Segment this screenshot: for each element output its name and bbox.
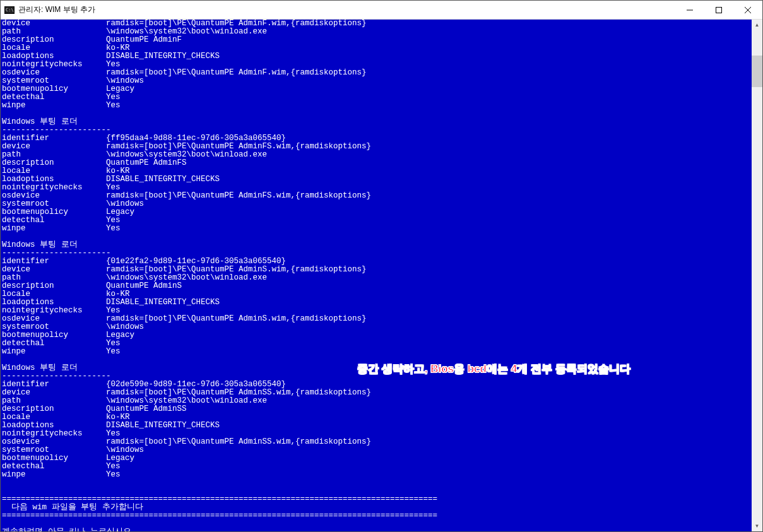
output-value: DISABLE_INTEGRITY_CHECKS — [106, 52, 220, 61]
output-value: ramdisk=[boot]\PE\QuantumPE AdminS.wim,{… — [106, 265, 367, 274]
titlebar-buttons — [675, 1, 762, 19]
output-value: ramdisk=[boot]\PE\QuantumPE AdminF.wim,{… — [106, 68, 367, 77]
maximize-button[interactable] — [704, 1, 733, 19]
output-value: QuantumPE AdminSS — [106, 405, 187, 413]
output-value: Yes — [106, 216, 121, 225]
output-line: winpeYes — [2, 102, 750, 110]
output-line: winpeYes — [2, 348, 750, 356]
output-value: Legacy — [106, 208, 134, 216]
close-button[interactable] — [733, 1, 762, 19]
output-value: ko-KR — [106, 290, 130, 299]
annotation-overlay: 중간 생략하고, Bios용 bcd에는 4개 전부 등록되었습니다 — [357, 362, 630, 376]
output-value: QuantumPE AdminF — [106, 35, 182, 44]
titlebar[interactable]: C:\ 관리자: WIM 부팅 추가 — [1, 1, 762, 20]
window: C:\ 관리자: WIM 부팅 추가 deviceramdisk=[boot]\… — [0, 0, 763, 532]
blank-line — [2, 233, 750, 241]
svg-rect-4 — [716, 7, 722, 13]
scroll-thumb[interactable] — [752, 56, 762, 87]
output-value: Yes — [106, 101, 121, 110]
scroll-up-button[interactable]: ▲ — [752, 20, 762, 30]
output-value: {ff95daa4-9d88-11ec-97d6-305a3a065540} — [106, 134, 286, 143]
section-header: Windows 부팅 로더 — [2, 241, 750, 249]
scroll-track[interactable] — [752, 30, 762, 521]
blank-line — [2, 479, 750, 487]
output-key: winpe — [2, 348, 106, 356]
output-value: ko-KR — [106, 167, 130, 175]
output-value: \windows — [106, 322, 144, 331]
window-title: 관리자: WIM 부팅 추가 — [18, 4, 675, 15]
output-value: Legacy — [106, 85, 134, 93]
output-value: Yes — [106, 470, 121, 479]
scroll-down-button[interactable]: ▼ — [752, 521, 762, 531]
output-value: ramdisk=[boot]\PE\QuantumPE AdminSS.wim,… — [106, 388, 371, 397]
cmd-icon: C:\ — [4, 5, 15, 15]
output-value: \windows — [106, 446, 144, 454]
output-value: Yes — [106, 183, 121, 192]
output-value: \windows\system32\boot\winload.exe — [106, 273, 267, 282]
vertical-scrollbar[interactable]: ▲ ▼ — [752, 20, 762, 531]
section-header: Windows 부팅 로더 — [2, 118, 750, 126]
blank-line — [2, 110, 750, 118]
output-value: Yes — [106, 347, 121, 356]
output-value: \windows\system32\boot\winload.exe — [106, 27, 267, 36]
output-value: \windows — [106, 199, 144, 208]
output-value: QuantumPE AdminFS — [106, 158, 187, 167]
minimize-button[interactable] — [675, 1, 704, 19]
output-value: Legacy — [106, 454, 134, 463]
output-value: ko-KR — [106, 44, 130, 52]
continue-prompt: 계속하려면 아무 키나 누르십시오 . . . — [2, 528, 750, 531]
output-value: ramdisk=[boot]\PE\QuantumPE AdminS.wim,{… — [106, 314, 367, 323]
output-value: Yes — [106, 462, 121, 471]
output-value: \windows\system32\boot\winload.exe — [106, 150, 267, 159]
output-value: DISABLE_INTEGRITY_CHECKS — [106, 421, 220, 430]
output-key: winpe — [2, 471, 106, 479]
output-value: Yes — [106, 93, 121, 102]
output-value: Yes — [106, 306, 121, 315]
output-value: Legacy — [106, 331, 134, 340]
output-value: Yes — [106, 339, 121, 348]
output-value: ko-KR — [106, 413, 130, 422]
output-value: DISABLE_INTEGRITY_CHECKS — [106, 175, 220, 184]
output-line: winpeYes — [2, 225, 750, 233]
output-value: ramdisk=[boot]\PE\QuantumPE AdminSS.wim,… — [106, 437, 371, 446]
minimize-icon — [687, 7, 693, 13]
output-value: ramdisk=[boot]\PE\QuantumPE AdminFS.wim,… — [106, 142, 371, 151]
output-value: ramdisk=[boot]\PE\QuantumPE AdminFS.wim,… — [106, 191, 371, 200]
output-key: winpe — [2, 102, 106, 110]
output-value: QuantumPE AdminS — [106, 281, 182, 290]
console-output[interactable]: deviceramdisk=[boot]\PE\QuantumPE AdminF… — [1, 20, 752, 531]
output-value: {01e22fa2-9d89-11ec-97d6-305a3a065540} — [106, 257, 286, 266]
footer-separator: ========================================… — [2, 512, 750, 520]
output-line: winpeYes — [2, 471, 750, 479]
output-value: DISABLE_INTEGRITY_CHECKS — [106, 298, 220, 307]
output-value: {02de599e-9d89-11ec-97d6-305a3a065540} — [106, 380, 286, 389]
svg-text:C:\: C:\ — [6, 8, 14, 13]
maximize-icon — [716, 7, 722, 13]
output-value: Yes — [106, 224, 121, 233]
console-area: deviceramdisk=[boot]\PE\QuantumPE AdminF… — [1, 20, 762, 531]
output-key: winpe — [2, 225, 106, 233]
output-value: \windows — [106, 76, 144, 85]
output-value: Yes — [106, 60, 121, 69]
output-value: \windows\system32\boot\winload.exe — [106, 396, 267, 405]
output-value: Yes — [106, 429, 121, 438]
close-icon — [745, 7, 751, 13]
